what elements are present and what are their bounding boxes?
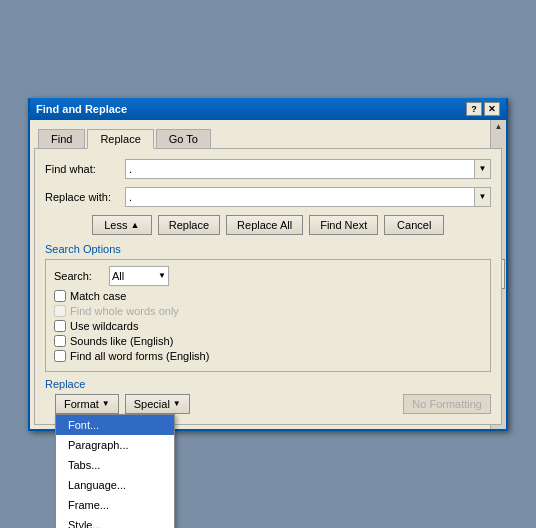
dialog-body: Find Replace Go To Find what: ▼ Replace … <box>30 120 506 429</box>
find-what-row: Find what: ▼ <box>45 159 491 179</box>
tab-find[interactable]: Find <box>38 129 85 149</box>
format-language-item[interactable]: Language... <box>56 475 174 495</box>
format-arrow-icon: ▼ <box>102 399 110 408</box>
find-next-button[interactable]: Find Next <box>309 215 378 235</box>
format-paragraph-item[interactable]: Paragraph... <box>56 435 174 455</box>
find-whole-words-checkbox[interactable] <box>54 305 66 317</box>
match-case-checkbox[interactable] <box>54 290 66 302</box>
find-what-input-container: ▼ <box>125 159 491 179</box>
find-all-word-forms-label: Find all word forms (English) <box>70 350 209 362</box>
search-options-group: Search: All ▼ Match case Find whole <box>45 259 491 372</box>
select-arrow-icon: ▼ <box>158 271 166 280</box>
search-row: Search: All ▼ <box>54 266 482 286</box>
sounds-like-checkbox[interactable] <box>54 335 66 347</box>
format-frame-item[interactable]: Frame... <box>56 495 174 515</box>
find-replace-dialog: Find and Replace ? ✕ Find Replace Go To … <box>28 98 508 431</box>
find-what-dropdown-btn[interactable]: ▼ <box>475 159 491 179</box>
replace-with-input[interactable] <box>125 187 475 207</box>
action-buttons-row: Less ▲ Replace Replace All Find Next Can… <box>45 215 491 235</box>
format-button[interactable]: Format ▼ <box>55 394 119 414</box>
format-dropdown-menu: Font... Paragraph... Tabs... Language...… <box>55 414 175 529</box>
find-what-label: Find what: <box>45 163 125 175</box>
less-button[interactable]: Less ▲ <box>92 215 152 235</box>
no-formatting-button[interactable]: No Formatting <box>403 394 491 414</box>
replace-with-dropdown-btn[interactable]: ▼ <box>475 187 491 207</box>
search-select[interactable]: All ▼ <box>109 266 169 286</box>
find-whole-words-label: Find whole words only <box>70 305 179 317</box>
match-case-label: Match case <box>70 290 126 302</box>
scrollbar-up-btn[interactable]: ▲ <box>495 122 503 131</box>
bottom-buttons: Format ▼ Font... Paragraph... Tabs... La… <box>55 394 491 414</box>
find-what-input[interactable] <box>125 159 475 179</box>
replace-section-label[interactable]: Replace <box>45 378 491 390</box>
replace-with-input-container: ▼ <box>125 187 491 207</box>
special-button[interactable]: Special ▼ <box>125 394 190 414</box>
tab-goto[interactable]: Go To <box>156 129 211 149</box>
search-label: Search: <box>54 270 109 282</box>
format-tabs-item[interactable]: Tabs... <box>56 455 174 475</box>
use-wildcards-row: Use wildcards <box>54 320 482 332</box>
help-button[interactable]: ? <box>466 102 482 116</box>
match-case-row: Match case <box>54 290 482 302</box>
tab-replace[interactable]: Replace <box>87 129 153 149</box>
find-all-word-forms-checkbox[interactable] <box>54 350 66 362</box>
cancel-button[interactable]: Cancel <box>384 215 444 235</box>
use-wildcards-checkbox[interactable] <box>54 320 66 332</box>
title-bar: Find and Replace ? ✕ <box>30 98 506 120</box>
format-container: Format ▼ Font... Paragraph... Tabs... La… <box>55 394 119 414</box>
search-select-container: All ▼ <box>109 266 169 286</box>
sounds-like-label: Sounds like (English) <box>70 335 173 347</box>
find-whole-words-row: Find whole words only <box>54 305 482 317</box>
tab-bar: Find Replace Go To <box>34 124 502 148</box>
special-arrow-icon: ▼ <box>173 399 181 408</box>
replace-button[interactable]: Replace <box>158 215 220 235</box>
arrow-up-icon: ▲ <box>130 220 139 230</box>
search-options-label[interactable]: Search Options <box>45 243 491 255</box>
use-wildcards-label: Use wildcards <box>70 320 138 332</box>
close-button[interactable]: ✕ <box>484 102 500 116</box>
find-all-word-forms-row: Find all word forms (English) <box>54 350 482 362</box>
dialog-title: Find and Replace <box>36 103 127 115</box>
title-bar-buttons: ? ✕ <box>466 102 500 116</box>
replace-with-label: Replace with: <box>45 191 125 203</box>
sounds-like-row: Sounds like (English) <box>54 335 482 347</box>
replace-all-button[interactable]: Replace All <box>226 215 303 235</box>
tab-content: Find what: ▼ Replace with: ▼ Less ▲ <box>34 148 502 425</box>
replace-with-row: Replace with: ▼ <box>45 187 491 207</box>
format-font-item[interactable]: Font... <box>56 415 174 435</box>
format-style-item[interactable]: Style... <box>56 515 174 529</box>
